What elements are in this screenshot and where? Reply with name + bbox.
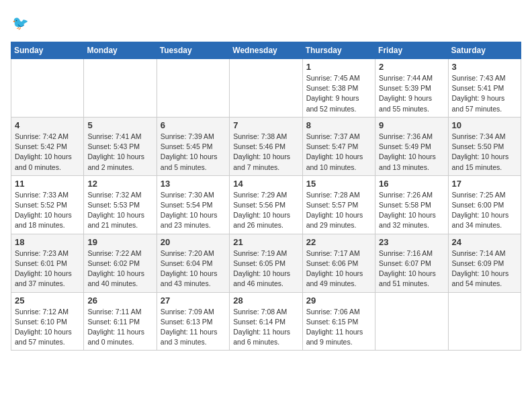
calendar-cell: 20Sunrise: 7:20 AM Sunset: 6:04 PM Dayli… <box>157 234 229 292</box>
day-info: Sunrise: 7:25 AM Sunset: 6:00 PM Dayligh… <box>452 190 517 231</box>
day-of-week-header: Thursday <box>302 42 375 59</box>
day-number: 4 <box>15 120 80 130</box>
day-info: Sunrise: 7:33 AM Sunset: 5:52 PM Dayligh… <box>15 190 80 231</box>
day-info: Sunrise: 7:37 AM Sunset: 5:47 PM Dayligh… <box>306 132 371 173</box>
day-of-week-header: Saturday <box>448 42 521 59</box>
calendar-cell: 6Sunrise: 7:39 AM Sunset: 5:45 PM Daylig… <box>157 117 229 175</box>
day-info: Sunrise: 7:34 AM Sunset: 5:50 PM Dayligh… <box>452 132 517 173</box>
calendar-header-row: SundayMondayTuesdayWednesdayThursdayFrid… <box>11 42 521 59</box>
day-info: Sunrise: 7:12 AM Sunset: 6:10 PM Dayligh… <box>15 307 80 348</box>
calendar-week-row: 4Sunrise: 7:42 AM Sunset: 5:42 PM Daylig… <box>11 117 521 175</box>
calendar-cell: 9Sunrise: 7:36 AM Sunset: 5:49 PM Daylig… <box>375 117 448 175</box>
svg-text:🐦: 🐦 <box>12 15 29 31</box>
day-number: 17 <box>452 179 517 189</box>
day-number: 10 <box>452 120 517 130</box>
day-number: 12 <box>87 179 152 189</box>
calendar-cell: 1Sunrise: 7:45 AM Sunset: 5:38 PM Daylig… <box>302 59 375 118</box>
day-info: Sunrise: 7:43 AM Sunset: 5:41 PM Dayligh… <box>452 73 517 114</box>
day-of-week-header: Friday <box>375 42 448 59</box>
day-info: Sunrise: 7:39 AM Sunset: 5:45 PM Dayligh… <box>161 132 226 173</box>
calendar-cell: 29Sunrise: 7:06 AM Sunset: 6:15 PM Dayli… <box>302 292 375 351</box>
calendar-cell: 26Sunrise: 7:11 AM Sunset: 6:11 PM Dayli… <box>84 292 157 351</box>
calendar-cell: 11Sunrise: 7:33 AM Sunset: 5:52 PM Dayli… <box>11 175 84 234</box>
day-info: Sunrise: 7:22 AM Sunset: 6:02 PM Dayligh… <box>87 248 152 289</box>
day-number: 28 <box>233 295 298 306</box>
calendar-table: SundayMondayTuesdayWednesdayThursdayFrid… <box>11 42 521 351</box>
calendar-cell: 3Sunrise: 7:43 AM Sunset: 5:41 PM Daylig… <box>448 59 521 118</box>
calendar-cell: 7Sunrise: 7:38 AM Sunset: 5:46 PM Daylig… <box>230 117 302 175</box>
day-number: 21 <box>233 237 298 247</box>
day-info: Sunrise: 7:14 AM Sunset: 6:09 PM Dayligh… <box>452 248 517 289</box>
calendar-cell: 28Sunrise: 7:08 AM Sunset: 6:14 PM Dayli… <box>230 292 302 351</box>
day-info: Sunrise: 7:09 AM Sunset: 6:13 PM Dayligh… <box>161 307 226 348</box>
day-info: Sunrise: 7:26 AM Sunset: 5:58 PM Dayligh… <box>379 190 444 231</box>
day-info: Sunrise: 7:20 AM Sunset: 6:04 PM Dayligh… <box>161 248 226 289</box>
calendar-week-row: 1Sunrise: 7:45 AM Sunset: 5:38 PM Daylig… <box>11 59 521 118</box>
day-number: 26 <box>87 295 152 306</box>
calendar-cell <box>230 59 302 118</box>
day-number: 20 <box>161 237 226 247</box>
day-number: 22 <box>306 237 371 247</box>
calendar-cell: 17Sunrise: 7:25 AM Sunset: 6:00 PM Dayli… <box>448 175 521 234</box>
day-number: 1 <box>306 62 371 72</box>
calendar-cell: 16Sunrise: 7:26 AM Sunset: 5:58 PM Dayli… <box>375 175 448 234</box>
day-number: 29 <box>306 295 371 306</box>
day-number: 14 <box>233 179 298 189</box>
day-number: 3 <box>452 62 517 72</box>
day-info: Sunrise: 7:28 AM Sunset: 5:57 PM Dayligh… <box>306 190 371 231</box>
calendar-cell <box>11 59 84 118</box>
calendar-cell: 12Sunrise: 7:32 AM Sunset: 5:53 PM Dayli… <box>84 175 157 234</box>
day-number: 19 <box>87 237 152 247</box>
day-info: Sunrise: 7:45 AM Sunset: 5:38 PM Dayligh… <box>306 73 371 114</box>
day-of-week-header: Monday <box>84 42 157 59</box>
day-info: Sunrise: 7:42 AM Sunset: 5:42 PM Dayligh… <box>15 132 80 173</box>
day-info: Sunrise: 7:23 AM Sunset: 6:01 PM Dayligh… <box>15 248 80 289</box>
day-info: Sunrise: 7:32 AM Sunset: 5:53 PM Dayligh… <box>87 190 152 231</box>
day-number: 24 <box>452 237 517 247</box>
day-info: Sunrise: 7:36 AM Sunset: 5:49 PM Dayligh… <box>379 132 444 173</box>
calendar-cell: 24Sunrise: 7:14 AM Sunset: 6:09 PM Dayli… <box>448 234 521 292</box>
day-number: 25 <box>15 295 80 306</box>
logo: 🐦 <box>11 11 38 35</box>
day-number: 15 <box>306 179 371 189</box>
day-number: 27 <box>161 295 226 306</box>
day-number: 23 <box>379 237 444 247</box>
header: 🐦 <box>11 11 521 35</box>
day-number: 18 <box>15 237 80 247</box>
calendar-cell: 19Sunrise: 7:22 AM Sunset: 6:02 PM Dayli… <box>84 234 157 292</box>
calendar-cell <box>157 59 229 118</box>
calendar-week-row: 11Sunrise: 7:33 AM Sunset: 5:52 PM Dayli… <box>11 175 521 234</box>
day-number: 11 <box>15 179 80 189</box>
calendar-cell <box>448 292 521 351</box>
calendar-cell: 22Sunrise: 7:17 AM Sunset: 6:06 PM Dayli… <box>302 234 375 292</box>
day-info: Sunrise: 7:44 AM Sunset: 5:39 PM Dayligh… <box>379 73 444 114</box>
calendar-cell <box>375 292 448 351</box>
calendar-cell: 25Sunrise: 7:12 AM Sunset: 6:10 PM Dayli… <box>11 292 84 351</box>
calendar-cell: 2Sunrise: 7:44 AM Sunset: 5:39 PM Daylig… <box>375 59 448 118</box>
calendar-cell: 4Sunrise: 7:42 AM Sunset: 5:42 PM Daylig… <box>11 117 84 175</box>
day-number: 2 <box>379 62 444 72</box>
logo-icon: 🐦 <box>11 11 35 35</box>
day-info: Sunrise: 7:16 AM Sunset: 6:07 PM Dayligh… <box>379 248 444 289</box>
calendar-cell <box>84 59 157 118</box>
day-number: 6 <box>161 120 226 130</box>
day-info: Sunrise: 7:17 AM Sunset: 6:06 PM Dayligh… <box>306 248 371 289</box>
day-info: Sunrise: 7:06 AM Sunset: 6:15 PM Dayligh… <box>306 307 371 348</box>
calendar-cell: 14Sunrise: 7:29 AM Sunset: 5:56 PM Dayli… <box>230 175 302 234</box>
calendar-week-row: 18Sunrise: 7:23 AM Sunset: 6:01 PM Dayli… <box>11 234 521 292</box>
day-number: 16 <box>379 179 444 189</box>
day-of-week-header: Tuesday <box>157 42 229 59</box>
day-of-week-header: Sunday <box>11 42 84 59</box>
day-number: 7 <box>233 120 298 130</box>
day-number: 9 <box>379 120 444 130</box>
calendar-cell: 8Sunrise: 7:37 AM Sunset: 5:47 PM Daylig… <box>302 117 375 175</box>
day-number: 13 <box>161 179 226 189</box>
day-number: 5 <box>87 120 152 130</box>
calendar-cell: 15Sunrise: 7:28 AM Sunset: 5:57 PM Dayli… <box>302 175 375 234</box>
day-info: Sunrise: 7:29 AM Sunset: 5:56 PM Dayligh… <box>233 190 298 231</box>
calendar-cell: 21Sunrise: 7:19 AM Sunset: 6:05 PM Dayli… <box>230 234 302 292</box>
calendar-cell: 23Sunrise: 7:16 AM Sunset: 6:07 PM Dayli… <box>375 234 448 292</box>
day-info: Sunrise: 7:11 AM Sunset: 6:11 PM Dayligh… <box>87 307 152 348</box>
calendar-week-row: 25Sunrise: 7:12 AM Sunset: 6:10 PM Dayli… <box>11 292 521 351</box>
calendar-cell: 27Sunrise: 7:09 AM Sunset: 6:13 PM Dayli… <box>157 292 229 351</box>
